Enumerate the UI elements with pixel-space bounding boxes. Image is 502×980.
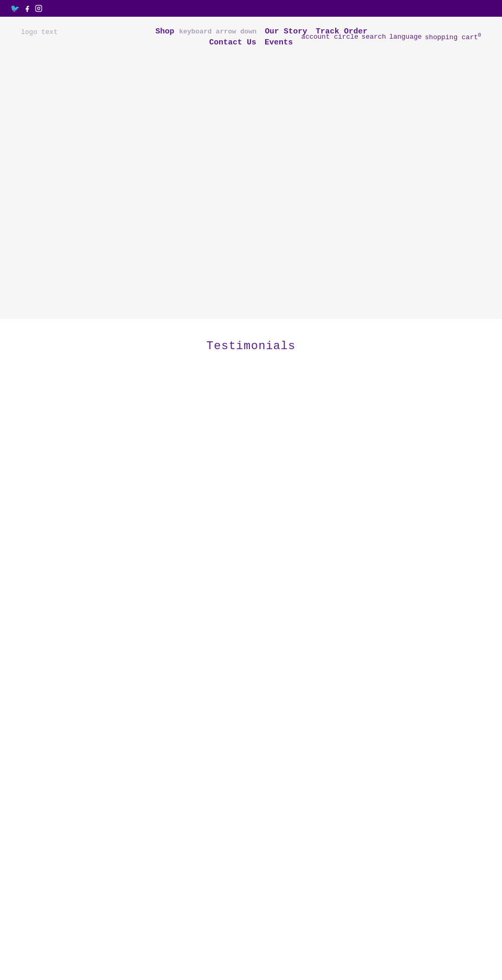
nav-row-2: Contact Us Events [209,38,293,47]
svg-point-1 [38,7,40,10]
shop-label: Shop [155,27,174,36]
logo-area: logo text [21,27,58,37]
testimonials-content [0,368,502,980]
header: logo text Shop keyboard arrow down Our S… [0,17,502,319]
events-nav-link[interactable]: Events [265,38,293,47]
cart-label: shopping cart [425,33,478,41]
shop-dropdown-icon: keyboard arrow down [179,28,256,36]
search-icon[interactable]: search [361,33,386,41]
top-bar: 🐦 [0,0,502,17]
language-icon[interactable]: language [389,33,421,41]
hero-section [0,47,502,319]
svg-rect-0 [36,5,42,11]
logo-text: logo text [21,28,58,36]
cart-icon[interactable]: shopping cart0 [425,32,481,41]
social-icons: 🐦 [10,4,42,13]
testimonials-section: Testimonials [0,319,502,980]
facebook-icon[interactable]: 🐦 [10,4,31,13]
instagram-icon[interactable] [35,4,42,13]
cart-count: 0 [478,32,481,38]
svg-point-2 [40,7,41,7]
contact-us-nav-link[interactable]: Contact Us [209,38,256,47]
testimonials-title: Testimonials [0,340,502,353]
nav-icons-right: account circle search language shopping … [301,32,481,41]
account-icon[interactable]: account circle [301,33,358,41]
shop-nav-link[interactable]: Shop keyboard arrow down [155,27,256,36]
nav-container: logo text Shop keyboard arrow down Our S… [0,27,502,47]
